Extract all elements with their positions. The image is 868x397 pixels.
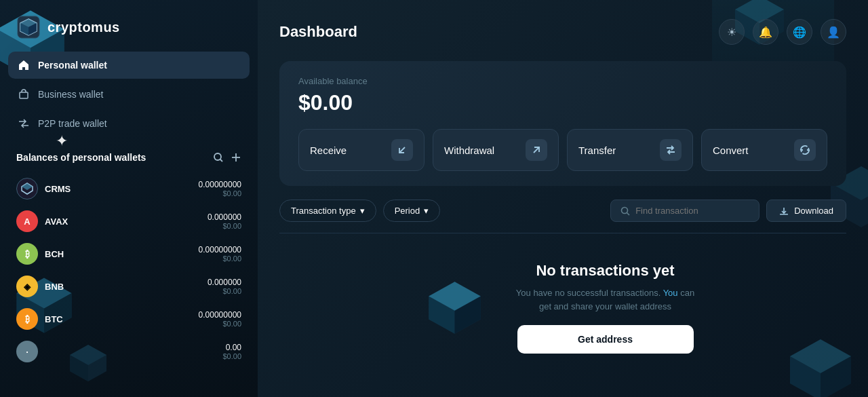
search-icon xyxy=(620,206,630,216)
transfer-label: Transfer xyxy=(578,145,616,156)
download-button[interactable]: Download xyxy=(766,200,846,222)
bnb-icon: ◈ xyxy=(16,276,38,297)
bnb-amount: 0.000000 xyxy=(208,278,241,287)
add-wallet-button[interactable] xyxy=(231,152,241,163)
period-filter[interactable]: Period ▾ xyxy=(383,200,441,222)
transaction-type-filter[interactable]: Transaction type ▾ xyxy=(279,200,376,222)
wallets-header: Balances of personal wallets xyxy=(16,151,241,164)
wallet-item-bch[interactable]: ₿ BCH 0.00000000 $0.00 xyxy=(16,238,241,269)
extra-icon: · xyxy=(16,341,38,362)
nav-item-p2p-trade[interactable]: P2P trade wallet xyxy=(8,110,250,137)
svg-line-36 xyxy=(627,212,630,215)
btc-usd: $0.00 xyxy=(199,320,241,328)
home-icon xyxy=(18,59,30,71)
period-label: Period xyxy=(395,206,420,216)
transfer-button[interactable]: Transfer xyxy=(567,129,693,171)
wallet-item-extra[interactable]: · 0.00 $0.00 xyxy=(16,336,241,367)
dropdown-arrow-icon: ▾ xyxy=(360,206,365,216)
empty-state-link: You xyxy=(663,288,678,298)
svg-line-33 xyxy=(399,147,405,153)
empty-state-title: No transactions yet xyxy=(536,262,674,280)
nav-items: Personal wallet Business wallet P2P trad… xyxy=(0,52,258,139)
svg-point-35 xyxy=(622,207,628,213)
transfer-icon xyxy=(18,117,30,130)
divider-line xyxy=(279,233,846,233)
download-icon xyxy=(779,206,789,216)
empty-state-container: No transactions yet You have no successf… xyxy=(279,255,846,360)
avax-usd: $0.00 xyxy=(208,222,241,230)
avax-symbol: AVAX xyxy=(45,216,72,227)
wallets-title: Balances of personal wallets xyxy=(16,151,146,164)
receive-button[interactable]: Receive xyxy=(298,129,425,171)
nav-item-business-wallet[interactable]: Business wallet xyxy=(8,81,250,108)
extra-amount: 0.00 xyxy=(222,343,241,352)
balance-amount: $0.00 xyxy=(298,90,827,115)
bch-symbol: BCH xyxy=(45,249,72,259)
nav-label-p2p: P2P trade wallet xyxy=(38,118,107,129)
logo-area: cryptomus xyxy=(0,0,258,52)
language-button[interactable]: 🌐 xyxy=(787,19,812,45)
main-content: ✦ Dashboard ☀ 🔔 🌐 👤 xyxy=(258,0,868,397)
svg-line-34 xyxy=(534,147,539,153)
receive-label: Receive xyxy=(310,145,347,156)
crms-icon xyxy=(16,178,38,200)
crms-balance: 0.00000000 $0.00 xyxy=(199,180,241,197)
empty-state-description: You have no successful transactions. You… xyxy=(511,286,701,313)
search-wallets-button[interactable] xyxy=(213,152,224,163)
briefcase-icon xyxy=(18,88,30,100)
svg-rect-37 xyxy=(780,214,788,215)
btc-symbol: BTC xyxy=(45,314,72,324)
svg-marker-22 xyxy=(22,183,33,190)
wallet-item-bnb[interactable]: ◈ BNB 0.000000 $0.00 xyxy=(16,271,241,302)
profile-button[interactable]: 👤 xyxy=(821,19,846,45)
theme-toggle-button[interactable]: ☀ xyxy=(719,19,745,45)
sidebar: ✦ xyxy=(0,0,258,397)
nav-label-business: Business wallet xyxy=(38,89,104,100)
star-decoration: ✦ xyxy=(56,132,68,150)
btc-amount: 0.00000000 xyxy=(199,310,241,320)
bch-icon: ₿ xyxy=(16,243,38,265)
wallet-item-btc[interactable]: ₿ BTC 0.00000000 $0.00 xyxy=(16,303,241,335)
convert-label: Convert xyxy=(713,145,749,156)
nav-item-personal-wallet[interactable]: Personal wallet xyxy=(8,52,250,79)
balance-label: Available balance xyxy=(298,76,827,86)
crms-amount: 0.00000000 xyxy=(199,180,241,189)
bnb-symbol: BNB xyxy=(45,282,72,292)
sun-icon: ☀ xyxy=(727,26,736,39)
bch-usd: $0.00 xyxy=(199,254,241,263)
crms-symbol: CRMS xyxy=(45,184,72,194)
withdrawal-icon xyxy=(526,139,547,161)
receive-icon xyxy=(391,139,413,161)
wallets-actions xyxy=(213,152,241,163)
btc-balance: 0.00000000 $0.00 xyxy=(199,310,241,328)
filters-row: Transaction type ▾ Period ▾ Download xyxy=(279,200,846,222)
header-icons: ☀ 🔔 🌐 👤 xyxy=(719,19,846,45)
avax-icon: A xyxy=(16,210,38,232)
page-title: Dashboard xyxy=(279,23,357,41)
transaction-type-label: Transaction type xyxy=(291,206,356,216)
nav-label-personal: Personal wallet xyxy=(38,60,107,71)
extra-balance: 0.00 $0.00 xyxy=(222,343,241,360)
search-input[interactable] xyxy=(635,206,749,216)
notifications-button[interactable]: 🔔 xyxy=(753,19,778,45)
convert-icon xyxy=(794,139,816,161)
wallet-list: CRMS 0.00000000 $0.00 A AVAX 0.000000 $0… xyxy=(16,173,241,367)
convert-button[interactable]: Convert xyxy=(701,129,827,171)
withdrawal-label: Withdrawal xyxy=(444,145,494,156)
svg-line-18 xyxy=(220,159,223,162)
bch-amount: 0.00000000 xyxy=(199,245,241,254)
avax-amount: 0.000000 xyxy=(208,212,241,222)
btc-icon: ₿ xyxy=(16,308,38,330)
wallet-item-crms[interactable]: CRMS 0.00000000 $0.00 xyxy=(16,173,241,204)
bnb-balance: 0.000000 $0.00 xyxy=(208,278,241,295)
bell-icon: 🔔 xyxy=(759,26,772,39)
wallets-section: Balances of personal wallets xyxy=(0,139,258,373)
empty-state: No transactions yet You have no successf… xyxy=(511,255,701,360)
withdrawal-button[interactable]: Withdrawal xyxy=(433,129,559,171)
logo-icon xyxy=(16,15,41,39)
avax-balance: 0.000000 $0.00 xyxy=(208,212,241,230)
period-dropdown-arrow-icon: ▾ xyxy=(424,206,429,216)
wallet-item-avax[interactable]: A AVAX 0.000000 $0.00 xyxy=(16,206,241,237)
get-address-button[interactable]: Get address xyxy=(517,325,694,354)
transactions-area: Transaction type ▾ Period ▾ Download xyxy=(279,200,846,360)
